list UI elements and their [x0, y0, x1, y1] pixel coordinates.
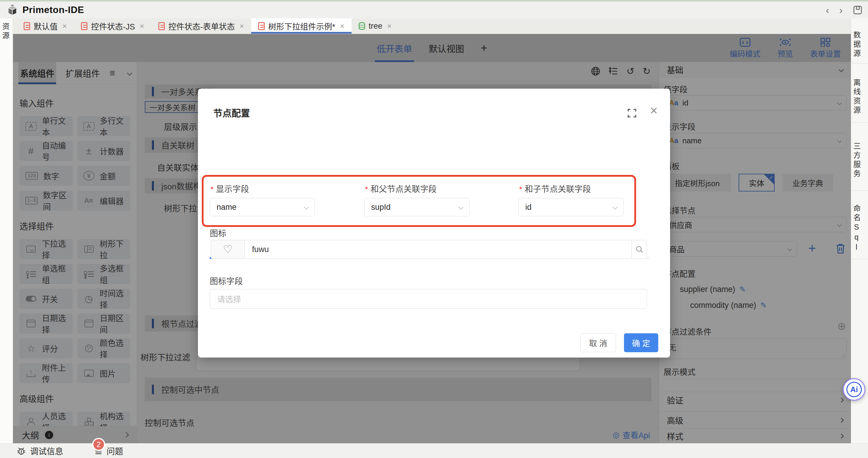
parent-node-field-select[interactable]: supId — [364, 198, 469, 216]
bug-icon — [17, 446, 26, 456]
close-tab-icon[interactable]: × — [140, 22, 144, 31]
save-icon[interactable] — [852, 5, 863, 15]
icon-search-button[interactable] — [632, 240, 647, 259]
tab-tree-dropdown-example[interactable]: 树形下拉组件示例* × — [251, 18, 351, 34]
icon-field-label: 图标 — [210, 227, 226, 239]
search-icon — [635, 245, 644, 253]
display-field-select[interactable]: name — [210, 198, 315, 216]
display-field-label: 显示字段 — [210, 183, 249, 194]
close-icon[interactable]: × — [650, 104, 658, 117]
close-tab-icon[interactable]: × — [62, 22, 67, 31]
form-doc-icon — [81, 22, 88, 30]
app-title: Primeton-IDE — [23, 4, 84, 16]
primeton-logo-icon — [6, 4, 18, 16]
child-node-field-label: 和子节点关联字段 — [519, 183, 591, 194]
close-tab-icon[interactable]: × — [340, 22, 344, 31]
close-tab-icon[interactable]: × — [387, 22, 392, 31]
rail-item-resources[interactable]: 资源 — [0, 23, 13, 41]
issue-count-badge: 2 — [92, 438, 105, 451]
form-doc-icon — [24, 22, 30, 30]
primeton-ide-window: Primeton-IDE ‹ › 默认值 × 控件状态-JS × 控件状态-表单… — [0, 0, 868, 458]
nav-forward-icon[interactable]: › — [839, 5, 843, 15]
confirm-button[interactable]: 确 定 — [624, 333, 658, 352]
tab-tree[interactable]: tree × — [351, 18, 399, 34]
cancel-button[interactable]: 取 消 — [580, 333, 616, 352]
icon-field-select[interactable]: 请选择 — [210, 289, 647, 308]
tab-default-value[interactable]: 默认值 × — [17, 18, 74, 34]
debug-info-button[interactable]: 调试信息 — [17, 445, 63, 457]
nav-back-icon[interactable]: ‹ — [826, 5, 829, 15]
status-bar: 调试信息 ≣ 问题 — [0, 443, 868, 458]
tab-widget-state-form[interactable]: 控件状态-表单状态 × — [151, 18, 251, 34]
rail-item-named-sql[interactable]: 命名Sql — [851, 191, 868, 259]
chevron-down-icon — [459, 205, 464, 210]
node-config-modal: 节点配置 × 基础配置 菜单配置 显示字段 和父节点关联字段 和子节点关联字段 … — [198, 89, 670, 358]
icon-name-field-label: 图标字段 — [210, 275, 243, 286]
title-bar: Primeton-IDE ‹ › — [0, 1, 868, 18]
form-doc-icon — [258, 22, 265, 30]
fullscreen-icon[interactable] — [627, 108, 637, 118]
icon-name-input[interactable]: fuwu — [245, 240, 632, 259]
rail-item-offline-resources[interactable]: 离线资源 — [851, 64, 868, 123]
icon-preview-addon[interactable]: ♡ — [211, 240, 245, 259]
left-rail: 资源 — [0, 18, 13, 443]
tab-widget-state-js[interactable]: 控件状态-JS × — [74, 18, 151, 34]
parent-node-field-label: 和父节点关联字段 — [365, 183, 437, 194]
close-tab-icon[interactable]: × — [240, 22, 244, 31]
modal-title: 节点配置 — [213, 106, 250, 119]
heart-icon: ♡ — [223, 243, 232, 255]
rail-item-datasource[interactable]: 数据源 — [851, 18, 868, 64]
icon-input-group: ♡ fuwu — [211, 240, 647, 259]
database-icon — [359, 22, 365, 30]
ai-assistant-button[interactable]: Ai — [843, 378, 865, 401]
chevron-down-icon — [613, 205, 618, 210]
child-node-field-select[interactable]: id — [519, 198, 624, 216]
ai-logo: Ai — [846, 382, 862, 397]
chevron-down-icon — [304, 205, 309, 210]
document-tabbar: 默认值 × 控件状态-JS × 控件状态-表单状态 × 树形下拉组件示例* × … — [13, 18, 851, 34]
form-doc-icon — [158, 22, 165, 30]
rail-item-third-party-services[interactable]: 三方服务 — [851, 123, 868, 191]
